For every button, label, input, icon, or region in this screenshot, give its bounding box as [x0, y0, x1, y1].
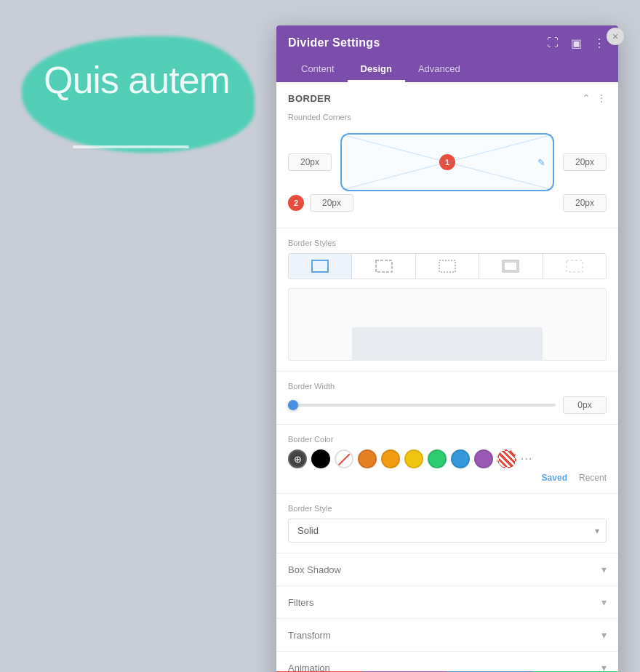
corner-top-left-input[interactable]: [288, 153, 332, 171]
more-swatches-btn[interactable]: ···: [521, 452, 532, 465]
dotted-icon: [439, 260, 456, 273]
eyedropper-swatch[interactable]: ⊕: [288, 449, 307, 468]
corner-top-row: 1 ✎: [288, 133, 607, 191]
layout-icon[interactable]: ▣: [569, 36, 583, 50]
corner-bottom-row: 2: [288, 194, 607, 212]
border-preview-inner: [352, 327, 543, 360]
filters-arrow-icon: ▾: [601, 596, 607, 608]
color-swatch-none[interactable]: [335, 449, 353, 468]
border-preview-area: [288, 288, 607, 361]
border-collapse-icon[interactable]: ⌃: [582, 92, 591, 104]
border-styles-label: Border Styles: [288, 239, 607, 247]
box-shadow-arrow-icon: ▾: [601, 564, 607, 575]
color-tab-recent[interactable]: Recent: [579, 473, 607, 483]
animation-label: Animation: [288, 663, 330, 672]
color-swatch-striped[interactable]: [497, 449, 516, 468]
rounded-corners-label: Rounded Corners: [288, 113, 607, 121]
border-style-none[interactable]: [543, 254, 606, 279]
corner-preview-box: 1 ✎: [340, 133, 554, 191]
panel-close-button[interactable]: ×: [607, 28, 624, 45]
border-width-section: Border Width: [276, 372, 618, 425]
color-swatch-green[interactable]: [428, 449, 447, 468]
corner-bottom-right-input[interactable]: [563, 194, 607, 212]
border-style-select[interactable]: Solid Dashed Dotted Double None: [288, 519, 607, 543]
svg-rect-2: [312, 260, 328, 272]
border-width-value-input[interactable]: [563, 396, 607, 414]
color-swatch-amber[interactable]: [381, 449, 400, 468]
panel-title-row: Divider Settings ⛶ ▣ ⋮: [288, 36, 607, 50]
tab-advanced[interactable]: Advanced: [405, 57, 473, 82]
filters-section[interactable]: Filters ▾: [276, 586, 618, 619]
border-width-slider-track[interactable]: [288, 404, 556, 407]
border-style-select-label: Border Style: [288, 504, 607, 513]
more-options-icon[interactable]: ⋮: [592, 36, 607, 50]
border-style-dotted[interactable]: [416, 254, 479, 279]
panel-header-icons: ⛶ ▣ ⋮: [545, 36, 607, 50]
animation-arrow-icon: ▾: [601, 662, 607, 671]
box-shadow-label: Box Shadow: [288, 564, 341, 575]
transform-section[interactable]: Transform ▾: [276, 619, 618, 652]
animation-section[interactable]: Animation ▾: [276, 652, 618, 671]
border-width-label: Border Width: [288, 382, 607, 391]
color-saved-recent-row: Saved Recent: [288, 473, 607, 483]
border-width-slider-thumb[interactable]: [288, 400, 298, 410]
border-style-buttons: [288, 253, 607, 279]
corner-top-right-input[interactable]: [563, 153, 607, 171]
border-section: Border ⌃ ⋮ Rounded Corners 1 ✎: [276, 82, 618, 228]
transform-arrow-icon: ▾: [601, 629, 607, 641]
fullscreen-icon[interactable]: ⛶: [545, 36, 560, 50]
filters-label: Filters: [288, 597, 313, 608]
border-style-dashed[interactable]: [352, 254, 415, 279]
svg-rect-4: [439, 260, 455, 272]
tab-content[interactable]: Content: [288, 57, 348, 82]
panel-header: Divider Settings ⛶ ▣ ⋮ Content Design Ad…: [276, 25, 618, 82]
none-border-icon: [566, 260, 583, 273]
border-section-icons: ⌃ ⋮: [582, 92, 607, 104]
panel-tabs: Content Design Advanced: [288, 57, 607, 82]
double-icon: [502, 260, 519, 273]
tab-design[interactable]: Design: [348, 57, 405, 82]
border-section-title: Border: [288, 93, 331, 104]
border-style-double[interactable]: [479, 254, 543, 279]
dashed-icon: [375, 260, 393, 273]
border-style-select-wrapper: Solid Dashed Dotted Double None ▾: [288, 519, 607, 543]
border-section-header: Border ⌃ ⋮: [288, 92, 607, 104]
color-tab-saved[interactable]: Saved: [542, 473, 567, 483]
divider-line-element: [73, 145, 189, 148]
corner-bottom-left-input[interactable]: [310, 194, 353, 212]
svg-rect-7: [567, 260, 583, 272]
panel-title: Divider Settings: [288, 36, 380, 49]
corner-badge-2-wrapper: 2: [288, 194, 353, 212]
border-more-icon[interactable]: ⋮: [596, 92, 607, 104]
color-swatch-yellow[interactable]: [404, 449, 423, 468]
divider-settings-panel: Divider Settings ⛶ ▣ ⋮ Content Design Ad…: [276, 25, 618, 672]
corner-preview-lines: [342, 135, 553, 190]
svg-rect-3: [376, 260, 392, 272]
border-styles-section: Border Styles: [276, 228, 618, 372]
border-style-solid[interactable]: [289, 254, 352, 279]
canvas-title: Quis autem: [44, 58, 230, 102]
corner-badge-2: 2: [288, 195, 304, 211]
svg-rect-6: [504, 262, 517, 271]
color-swatch-black[interactable]: [311, 449, 330, 468]
border-style-select-section: Border Style Solid Dashed Dotted Double …: [276, 494, 618, 553]
color-swatch-orange[interactable]: [358, 449, 377, 468]
rounded-corners-grid: 1 ✎ 2: [288, 127, 607, 217]
border-width-slider-row: [288, 396, 607, 414]
border-color-section: Border Color ⊕ ··· Saved Recent: [276, 425, 618, 494]
transform-label: Transform: [288, 630, 331, 641]
box-shadow-section[interactable]: Box Shadow ▾: [276, 553, 618, 586]
panel-body: Border ⌃ ⋮ Rounded Corners 1 ✎: [276, 82, 618, 671]
border-color-label: Border Color: [288, 435, 607, 444]
color-swatches: ⊕ ···: [288, 449, 607, 468]
color-swatch-blue[interactable]: [451, 449, 470, 468]
solid-icon: [311, 260, 329, 273]
color-swatch-purple[interactable]: [474, 449, 493, 468]
